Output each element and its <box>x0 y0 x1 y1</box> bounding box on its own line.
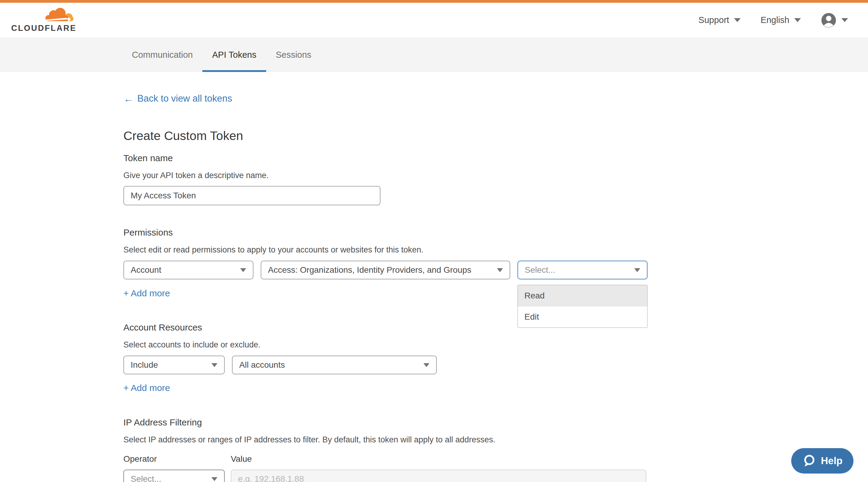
chevron-down-icon <box>424 363 430 367</box>
tab-api-tokens[interactable]: API Tokens <box>202 37 266 72</box>
token-name-heading: Token name <box>123 153 868 163</box>
ip-filtering-labels: Operator Value <box>123 454 868 464</box>
account-resources-description: Select accounts to include or exclude. <box>123 340 868 350</box>
tab-api-tokens-label: API Tokens <box>212 50 256 60</box>
main-content: ← Back to view all tokens Create Custom … <box>0 72 868 482</box>
ip-filtering-row: Select... <box>123 470 868 482</box>
menu-item-edit[interactable]: Edit <box>518 306 647 327</box>
chevron-down-icon <box>211 363 217 367</box>
chevron-down-icon <box>841 18 848 22</box>
active-tab-indicator <box>202 70 266 72</box>
ip-value-input[interactable] <box>231 470 646 482</box>
token-name-description: Give your API token a descriptive name. <box>123 171 868 180</box>
chevron-down-icon <box>211 477 217 481</box>
header: CLOUDFLARE Support English <box>0 3 868 37</box>
brand-accent-bar <box>0 0 868 3</box>
support-menu-label: Support <box>698 15 729 25</box>
chevron-down-icon <box>794 18 801 22</box>
value-label: Value <box>231 454 252 464</box>
user-avatar-icon <box>821 12 837 28</box>
language-menu[interactable]: English <box>761 15 801 25</box>
operator-label: Operator <box>123 454 231 464</box>
account-resources-row: Include All accounts <box>123 356 868 374</box>
ip-operator-placeholder: Select... <box>131 474 161 482</box>
resource-mode-select[interactable]: Include <box>123 356 225 374</box>
permission-level-menu: Read Edit <box>518 285 648 328</box>
account-resources-heading: Account Resources <box>123 322 868 333</box>
add-account-resource-link[interactable]: + Add more <box>123 383 170 393</box>
cloudflare-logo[interactable]: CLOUDFLARE <box>11 7 76 33</box>
help-button[interactable]: Help <box>791 448 854 474</box>
tab-communication-label: Communication <box>132 50 193 60</box>
ip-filtering-description: Select IP addresses or ranges of IP addr… <box>123 435 868 445</box>
menu-item-read[interactable]: Read <box>518 285 647 306</box>
resource-accounts-select[interactable]: All accounts <box>232 356 437 374</box>
chevron-down-icon <box>240 268 246 272</box>
chevron-down-icon <box>734 18 741 22</box>
support-menu[interactable]: Support <box>698 15 741 25</box>
help-button-label: Help <box>821 455 843 467</box>
back-link[interactable]: ← Back to view all tokens <box>123 93 232 104</box>
cloudflare-wordmark: CLOUDFLARE <box>11 24 76 33</box>
tab-sessions-label: Sessions <box>276 50 311 60</box>
permissions-heading: Permissions <box>123 227 868 238</box>
chevron-down-icon <box>497 268 503 272</box>
permission-level-select[interactable]: Select... Read Edit <box>518 261 648 280</box>
token-name-input[interactable] <box>123 186 380 205</box>
tab-sessions[interactable]: Sessions <box>266 37 321 72</box>
chat-bubble-icon <box>802 454 816 468</box>
ip-operator-select[interactable]: Select... <box>123 470 225 482</box>
add-permission-link[interactable]: + Add more <box>123 288 170 298</box>
chevron-down-icon <box>634 268 640 272</box>
ip-filtering-heading: IP Address Filtering <box>123 417 868 427</box>
account-menu[interactable] <box>821 12 848 28</box>
language-menu-label: English <box>761 15 789 25</box>
tab-bar: Communication API Tokens Sessions <box>0 37 868 72</box>
permission-resource-value: Access: Organizations, Identity Provider… <box>268 265 471 275</box>
left-arrow-icon: ← <box>123 93 134 104</box>
permissions-row: Account Access: Organizations, Identity … <box>123 261 868 280</box>
resource-accounts-value: All accounts <box>239 360 285 370</box>
back-link-label: Back to view all tokens <box>137 93 232 104</box>
permission-level-placeholder: Select... <box>525 265 555 275</box>
permission-scope-select[interactable]: Account <box>123 261 253 280</box>
page-title: Create Custom Token <box>123 129 868 143</box>
permission-resource-select[interactable]: Access: Organizations, Identity Provider… <box>261 261 510 280</box>
resource-mode-value: Include <box>131 360 158 370</box>
permissions-description: Select edit or read permissions to apply… <box>123 245 868 255</box>
header-nav: Support English <box>698 12 848 28</box>
cloudflare-cloud-icon <box>43 7 75 23</box>
permission-scope-value: Account <box>131 265 161 275</box>
tab-communication[interactable]: Communication <box>122 37 202 72</box>
